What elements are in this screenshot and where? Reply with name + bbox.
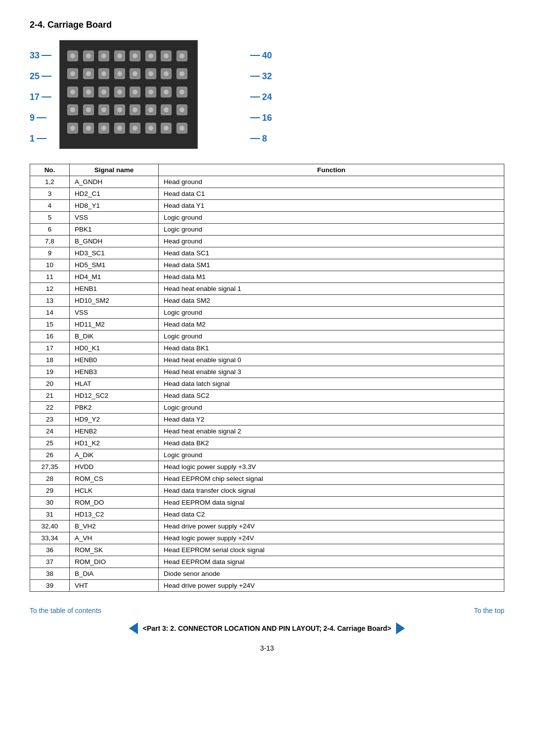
- table-row: 21HD12_SC2Head data SC2: [30, 390, 504, 402]
- table-row: 36ROM_SKHead EEPROM serial clock signal: [30, 544, 504, 556]
- table-row: 20HLATHead data latch signal: [30, 378, 504, 390]
- cell-no: 5: [30, 212, 70, 224]
- page-number: 3-13: [30, 644, 504, 652]
- cell-no: 12: [30, 283, 70, 295]
- table-row: 11HD4_M1Head data M1: [30, 271, 504, 283]
- cell-function: Head drive power supply +24V: [159, 520, 504, 532]
- cell-function: Head data M1: [159, 271, 504, 283]
- right-label-16: 16: [250, 113, 272, 123]
- cell-function: Logic ground: [159, 307, 504, 319]
- cell-no: 7,8: [30, 236, 70, 247]
- cell-signal: ROM_DO: [70, 497, 159, 509]
- left-label-17: 17: [30, 92, 51, 102]
- table-row: 9HD3_SC1Head data SC1: [30, 247, 504, 259]
- right-label-24: 24: [250, 92, 272, 102]
- cell-no: 28: [30, 473, 70, 485]
- cell-signal: HENB0: [70, 354, 159, 366]
- cell-no: 19: [30, 366, 70, 378]
- cell-signal: HD2_C1: [70, 188, 159, 200]
- bottom-nav-text: <Part 3: 2. CONNECTOR LOCATION AND PIN L…: [143, 624, 392, 632]
- table-row: 27,35HVDDHead logic power supply +3.3V: [30, 461, 504, 473]
- cell-function: Head logic power supply +3.3V: [159, 461, 504, 473]
- table-row: 7,8B_GNDHHead ground: [30, 236, 504, 247]
- cell-function: Head ground: [159, 236, 504, 247]
- cell-function: Head data Y2: [159, 414, 504, 425]
- cell-signal: HD4_M1: [70, 271, 159, 283]
- cell-function: Head logic power supply +24V: [159, 532, 504, 544]
- left-label-1: 1: [30, 134, 51, 144]
- cell-signal: VSS: [70, 212, 159, 224]
- cell-function: Head data latch signal: [159, 378, 504, 390]
- footer-nav: To the table of contents To the top: [30, 607, 504, 614]
- cell-function: Head data BK2: [159, 437, 504, 449]
- cell-no: 4: [30, 200, 70, 212]
- arrow-left-icon[interactable]: [129, 622, 138, 634]
- cell-signal: HD10_SM2: [70, 295, 159, 307]
- table-row: 39VHTHead drive power supply +24V: [30, 580, 504, 592]
- cell-signal: A_DiK: [70, 449, 159, 461]
- col-header-function: Function: [159, 164, 504, 176]
- table-row: 30ROM_DOHead EEPROM data signal: [30, 497, 504, 509]
- cell-signal: HD12_SC2: [70, 390, 159, 402]
- cell-signal: ROM_CS: [70, 473, 159, 485]
- table-row: 15HD11_M2Head data M2: [30, 319, 504, 331]
- cell-function: Logic ground: [159, 402, 504, 414]
- cell-signal: VHT: [70, 580, 159, 592]
- cell-signal: HLAT: [70, 378, 159, 390]
- table-row: 10HD5_SM1Head data SM1: [30, 259, 504, 271]
- cell-signal: HD8_Y1: [70, 200, 159, 212]
- to-top-link[interactable]: To the top: [474, 607, 505, 614]
- cell-no: 14: [30, 307, 70, 319]
- cell-signal: PBK1: [70, 224, 159, 236]
- cell-no: 13: [30, 295, 70, 307]
- pin-table: No. Signal name Function 1,2A_GNDHHead g…: [30, 164, 504, 592]
- cell-function: Head data Y1: [159, 200, 504, 212]
- cell-function: Logic ground: [159, 449, 504, 461]
- cell-no: 31: [30, 509, 70, 520]
- cell-no: 18: [30, 354, 70, 366]
- cell-no: 33,34: [30, 532, 70, 544]
- cell-signal: B_VH2: [70, 520, 159, 532]
- cell-function: Head EEPROM chip select signal: [159, 473, 504, 485]
- table-of-contents-link[interactable]: To the table of contents: [30, 607, 101, 614]
- cell-signal: HD1_K2: [70, 437, 159, 449]
- cell-signal: ROM_DIO: [70, 556, 159, 568]
- arrow-right-icon[interactable]: [396, 622, 405, 634]
- cell-no: 29: [30, 485, 70, 497]
- right-label-8: 8: [250, 134, 272, 144]
- cell-function: Head heat enable signal 1: [159, 283, 504, 295]
- cell-signal: HENB3: [70, 366, 159, 378]
- cell-signal: A_GNDH: [70, 176, 159, 188]
- table-row: 13HD10_SM2Head data SM2: [30, 295, 504, 307]
- cell-no: 1,2: [30, 176, 70, 188]
- left-label-33: 33: [30, 50, 51, 61]
- cell-function: Head EEPROM data signal: [159, 556, 504, 568]
- connector-image: [59, 40, 198, 149]
- cell-no: 15: [30, 319, 70, 331]
- cell-function: Head drive power supply +24V: [159, 580, 504, 592]
- table-row: 19HENB3Head heat enable signal 3: [30, 366, 504, 378]
- cell-no: 22: [30, 402, 70, 414]
- cell-function: Diode senor anode: [159, 568, 504, 580]
- cell-signal: B_DiK: [70, 331, 159, 342]
- left-labels: 33 25 17 9 1: [30, 45, 51, 149]
- cell-signal: B_GNDH: [70, 236, 159, 247]
- cell-no: 11: [30, 271, 70, 283]
- cell-no: 25: [30, 437, 70, 449]
- left-label-9: 9: [30, 113, 51, 123]
- table-row: 28ROM_CSHead EEPROM chip select signal: [30, 473, 504, 485]
- table-row: 5VSSLogic ground: [30, 212, 504, 224]
- cell-no: 39: [30, 580, 70, 592]
- cell-function: Logic ground: [159, 331, 504, 342]
- cell-signal: HD11_M2: [70, 319, 159, 331]
- cell-no: 10: [30, 259, 70, 271]
- cell-signal: PBK2: [70, 402, 159, 414]
- cell-no: 27,35: [30, 461, 70, 473]
- cell-function: Head data SM1: [159, 259, 504, 271]
- cell-signal: B_DiA: [70, 568, 159, 580]
- cell-function: Head ground: [159, 176, 504, 188]
- table-row: 37ROM_DIOHead EEPROM data signal: [30, 556, 504, 568]
- table-row: 14VSSLogic ground: [30, 307, 504, 319]
- table-row: 31HD13_C2Head data C2: [30, 509, 504, 520]
- cell-signal: HD0_K1: [70, 342, 159, 354]
